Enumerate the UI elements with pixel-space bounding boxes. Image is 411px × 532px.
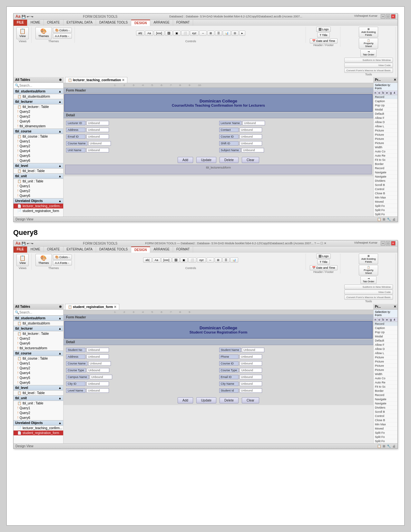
delete-button-2[interactable]: Delete xyxy=(220,397,239,403)
input-course-name[interactable]: Unbound xyxy=(88,141,111,146)
nav-item-query2d[interactable]: ! Query2 xyxy=(14,189,63,193)
control-tab[interactable]: ⊟ xyxy=(231,31,239,36)
clear-button-1[interactable]: Clear xyxy=(242,157,259,163)
nav-section-header-unit-2[interactable]: tbl_unit ▲ xyxy=(14,395,63,401)
status-icon-design-2[interactable]: 🔧 xyxy=(387,444,391,448)
input-shift-id[interactable]: Unbound xyxy=(240,141,262,146)
view-button-2[interactable]: 📋 View xyxy=(16,254,29,266)
input-city-id[interactable]: Unbound xyxy=(86,382,109,386)
nav-section-header-student-2[interactable]: tbl_studentsubform ▲ xyxy=(14,315,63,321)
fonts-button-2[interactable]: A A Fonts - xyxy=(53,260,72,266)
ctrl-rect-2[interactable]: ⬜ xyxy=(188,257,196,263)
tab-order-button[interactable]: ⇥ Tab Order xyxy=(360,49,377,57)
input-course-type-2[interactable]: Unbound xyxy=(240,368,262,372)
tab-database-tools[interactable]: DATABASE TOOLS xyxy=(96,20,131,26)
tab-design[interactable]: DESIGN xyxy=(131,20,150,26)
themes-button-2[interactable]: 🎨 Themes xyxy=(35,254,52,266)
input-level-name[interactable]: Unbound xyxy=(86,388,109,393)
add-button-2[interactable]: Add xyxy=(178,397,193,403)
nav-item-lecturer-form-2[interactable]: 📄 lecturer_teaching_confirm... xyxy=(14,426,63,430)
clear-button-2[interactable]: Clear xyxy=(242,397,259,403)
form-tab-lecturer[interactable]: 📋 lecturer_teaching_confirmation ✕ xyxy=(65,77,127,83)
input-course-type[interactable]: Unbound xyxy=(87,368,109,372)
search-input-1[interactable] xyxy=(19,84,62,87)
prop-tab-event[interactable]: b xyxy=(381,91,385,95)
datetime-button[interactable]: 📅 Date and Time xyxy=(310,38,338,44)
control-box[interactable]: ▣ xyxy=(173,31,181,36)
input-lecturer-id[interactable]: Unbound xyxy=(86,121,109,125)
control-arrow[interactable]: ↔ xyxy=(199,31,207,36)
update-button-1[interactable]: Update xyxy=(196,157,216,163)
close-button-2[interactable]: ✕ xyxy=(391,241,396,246)
tab-database-tools-2[interactable]: DATABASE TOOLS xyxy=(96,247,131,253)
control-xyz[interactable]: xyz xyxy=(190,31,199,36)
nav-item-query6c[interactable]: ! Query6 xyxy=(14,193,63,198)
nav-item-level-table[interactable]: 📋 tbl_level : Table xyxy=(14,169,63,173)
nav-item-q6-l2[interactable]: ! Query6 xyxy=(14,341,63,346)
ctrl-xyz-2[interactable]: xyz xyxy=(197,257,206,263)
status-icon-table[interactable]: 📋 xyxy=(377,218,381,221)
minimize-button-2[interactable]: ─ xyxy=(381,241,385,246)
convert-macros-btn-2[interactable]: Convert Form's Macros to Visual Basic xyxy=(344,295,393,300)
input-student-id[interactable]: Unbound xyxy=(240,388,262,393)
convert-macros-button[interactable]: Convert Form's Macros to Visual Basic xyxy=(344,68,393,73)
view-code-button[interactable]: View Code xyxy=(344,63,393,68)
prop-tab-event-2[interactable]: b xyxy=(381,318,385,322)
form-tab-close-2[interactable]: ✕ xyxy=(114,305,116,309)
nav-item-query6b[interactable]: ! Query6 xyxy=(14,158,63,163)
tab-format-2[interactable]: FORMAT xyxy=(173,247,193,253)
nav-item-q1-u2[interactable]: ! Query1 xyxy=(14,406,63,411)
prop-sheet-btn-2[interactable]: 📋 Property Sheet xyxy=(359,265,378,276)
nav-item-unit-table[interactable]: 📋 tbl_unit : Table xyxy=(14,179,63,184)
colors-button-2[interactable]: 🎨 Colors - xyxy=(53,255,72,260)
nav-item-lect-table-2[interactable]: 📋 tbl_lecturer : Table xyxy=(14,331,63,336)
add-existing-fields-button[interactable]: ⊞ Add Existing Fields xyxy=(359,27,378,37)
nav-item-query1a[interactable]: ! Query1 xyxy=(14,139,63,144)
nav-section-header-lecturer-2[interactable]: tbl_lecturer ▲ xyxy=(14,326,63,331)
prop-tab-other-2[interactable]: e xyxy=(385,318,389,322)
nav-item-student-form[interactable]: 📄 student_registration_form xyxy=(14,208,63,213)
control-grid[interactable]: ⊞ xyxy=(207,31,214,36)
quick-access-redo[interactable]: ↪ xyxy=(31,15,33,18)
colors-button[interactable]: 🎨 Colors - xyxy=(53,28,72,33)
nav-item-level-table-2[interactable]: 📋 tbl_level : Table xyxy=(14,391,63,395)
nav-item-q5-c2[interactable]: ! Query5 xyxy=(14,375,63,380)
nav-item-q2-u2[interactable]: ! Query2 xyxy=(14,411,63,415)
control-list[interactable]: ☰ xyxy=(215,31,222,36)
update-button-2[interactable]: Update xyxy=(196,397,216,403)
view-code-btn-2[interactable]: View Code xyxy=(344,290,393,295)
tab-design-2[interactable]: DESIGN xyxy=(131,247,150,253)
control-ab[interactable]: ab| xyxy=(136,31,144,36)
tab-home-2[interactable]: HOME xyxy=(27,247,44,253)
minimize-button[interactable]: ─ xyxy=(381,14,385,19)
control-img[interactable]: 🖼 xyxy=(165,31,172,36)
quick-access-undo[interactable]: ↩ xyxy=(27,15,29,18)
nav-item-q2-c2[interactable]: ! Query2 xyxy=(14,366,63,371)
input-address-2[interactable]: Unbound xyxy=(86,354,109,359)
subform-btn-2[interactable]: Subform in New Window xyxy=(344,285,393,289)
input-course-id-2[interactable]: Unbound xyxy=(240,361,262,366)
prop-tab-other[interactable]: e xyxy=(385,91,389,95)
input-course-id[interactable]: Unbound xyxy=(240,134,262,139)
nav-expand-icon-2[interactable]: ⊗ xyxy=(59,305,62,308)
nav-item-query5a[interactable]: ! Query5 xyxy=(14,153,63,158)
nav-section-header-lecturer[interactable]: tbl_lecturer ▲ xyxy=(14,99,63,104)
title-button[interactable]: T Title xyxy=(317,33,329,38)
nav-item-tbl-student-2[interactable]: 📋 tbl_studentsubform xyxy=(14,321,63,326)
add-button-1[interactable]: Add xyxy=(178,157,193,163)
nav-section-header-unit[interactable]: tbl_unit ▲ xyxy=(14,173,63,179)
prop-tab-all[interactable]: g xyxy=(389,91,393,95)
nav-item-unit-table-2[interactable]: 📋 tbl_unit : Table xyxy=(14,401,63,406)
input-phone[interactable]: Unbound xyxy=(240,354,262,359)
nav-item-q6-u2[interactable]: ! Query6 xyxy=(14,415,63,420)
logo-button[interactable]: 🖼 Logo xyxy=(316,27,331,32)
nav-section-header-unrelated[interactable]: Unrelated Objects ▲ xyxy=(14,198,63,204)
ctrl-aa-2[interactable]: Aa xyxy=(152,257,161,263)
nav-item-lecturer-form-active[interactable]: 📄 lecturer_teaching_confirm... xyxy=(14,204,63,208)
status-icon-print[interactable]: 🖨 xyxy=(392,218,396,221)
quick-undo-2[interactable]: ↩ xyxy=(27,242,29,245)
nav-item-query1b[interactable]: ! Query1 xyxy=(14,184,63,189)
tab-external-data[interactable]: EXTERNAL DATA xyxy=(64,20,96,26)
prop-tab-num[interactable]: 4 xyxy=(393,91,396,95)
nav-item-course-table[interactable]: 📋 tbl_course : Table xyxy=(14,134,63,139)
